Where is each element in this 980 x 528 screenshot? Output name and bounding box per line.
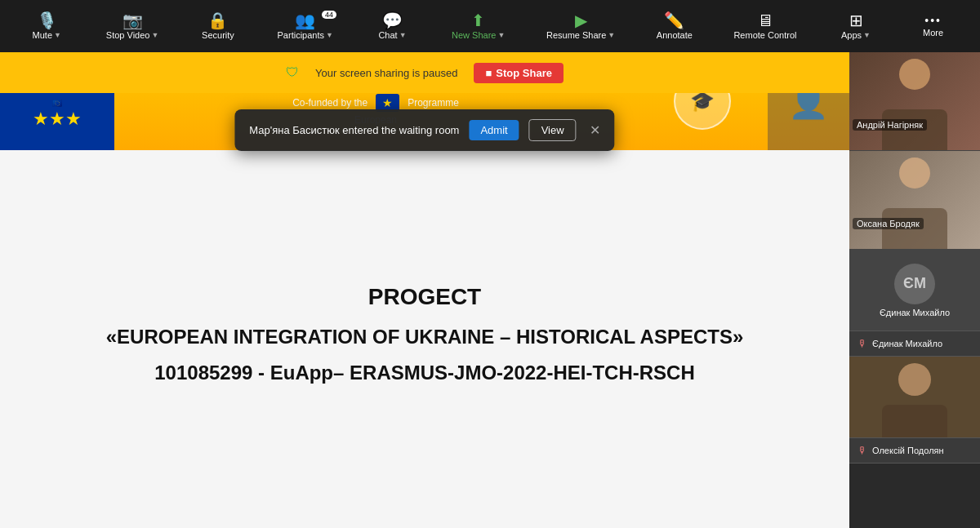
andrii-video xyxy=(849,52,980,150)
participant-oleksii-card xyxy=(849,357,980,438)
participant-oksana: Оксана Бродяк xyxy=(849,151,980,250)
oleksii-mic-icon: 🎙 xyxy=(858,445,867,456)
toolbar: 🎙️ Mute ▼ 📷 Stop Video ▼ 🔒 Security 👥 44… xyxy=(0,0,980,52)
participant-yedinak-mini: 🎙 Єдинак Михайло xyxy=(849,331,980,357)
paused-text: Your screen sharing is paused xyxy=(315,67,457,79)
remote-control-icon: 🖥 xyxy=(757,12,773,29)
apps-icon: ⊞ xyxy=(849,12,863,29)
slide-subtitle-line1: «EUROPEAN INTEGRATION OF UKRAINE – HISTO… xyxy=(106,323,744,351)
annotate-button[interactable]: ✏️ Annotate xyxy=(650,9,699,43)
camera-icon: 📷 xyxy=(122,12,143,29)
stop-video-button[interactable]: 📷 Stop Video ▼ xyxy=(100,9,166,43)
new-share-button[interactable]: ⬆ New Share ▼ xyxy=(445,9,511,43)
participant-yedinak-card: ЄМ Єдинак Михайло xyxy=(849,250,980,331)
participants-sidebar: Андрій Нагірняк Оксана Бродяк ЄМ Єдинак … xyxy=(849,52,980,528)
stop-share-button[interactable]: ■ Stop Share xyxy=(474,63,563,83)
security-button[interactable]: 🔒 Security xyxy=(194,9,243,43)
remote-control-button[interactable]: 🖥 Remote Control xyxy=(727,9,803,43)
slide-title: PROGECT xyxy=(368,284,481,310)
view-button[interactable]: View xyxy=(529,119,577,141)
mute-icon: 🎙️ xyxy=(37,12,57,29)
notification-text: Мар'яна Басистюк entered the waiting roo… xyxy=(249,124,459,136)
chat-button[interactable]: 💬 Chat ▼ xyxy=(368,9,416,43)
participants-icon: 👥 xyxy=(295,12,315,29)
resume-share-icon: ▶ xyxy=(575,12,587,29)
yedinak-display-name: Єдинак Михайло xyxy=(880,308,950,317)
oksana-video xyxy=(849,151,980,249)
mute-button[interactable]: 🎙️ Mute ▼ xyxy=(22,9,71,43)
oksana-name: Оксана Бродяк xyxy=(853,218,924,229)
admit-button[interactable]: Admit xyxy=(469,120,519,140)
more-icon: ••• xyxy=(924,15,942,26)
stop-icon: ■ xyxy=(485,67,492,79)
oleksii-name: Олексій Подолян xyxy=(872,446,944,455)
main-content: 🛡 Your screen sharing is paused ■ Stop S… xyxy=(0,52,849,528)
mic-off-icon: 🎙 xyxy=(858,338,867,349)
security-icon: 🔒 xyxy=(207,12,228,29)
participant-andrii: Андрій Нагірняк xyxy=(849,52,980,151)
notification-close-button[interactable]: ✕ xyxy=(590,122,600,138)
slide-content: PROGECT «EUROPEAN INTEGRATION OF UKRAINE… xyxy=(16,158,833,512)
resume-share-button[interactable]: ▶ Resume Share ▼ xyxy=(540,9,621,43)
waiting-room-notification: Мар'яна Басистюк entered the waiting roo… xyxy=(234,109,614,151)
chat-icon: 💬 xyxy=(382,12,403,29)
annotate-icon: ✏️ xyxy=(664,12,684,29)
participants-button[interactable]: 👥 44 Participants ▼ xyxy=(271,9,340,43)
screen-share-banner: 🛡 Your screen sharing is paused ■ Stop S… xyxy=(0,52,849,93)
participant-oleksii-mini: 🎙 Олексій Подолян xyxy=(849,438,980,464)
more-button[interactable]: ••• More xyxy=(909,11,958,41)
andrii-name: Андрій Нагірняк xyxy=(853,119,927,131)
yedinak-mini-name: Єдинак Михайло xyxy=(872,339,942,348)
new-share-icon: ⬆ xyxy=(471,12,485,29)
slide-subtitle-line2: 101085299 - EuApp– ERASMUS-JMO-2022-HEI-… xyxy=(154,359,695,387)
apps-button[interactable]: ⊞ Apps ▼ xyxy=(831,9,880,43)
shield-icon: 🛡 xyxy=(286,65,299,80)
yedinak-avatar: ЄМ xyxy=(894,264,935,304)
